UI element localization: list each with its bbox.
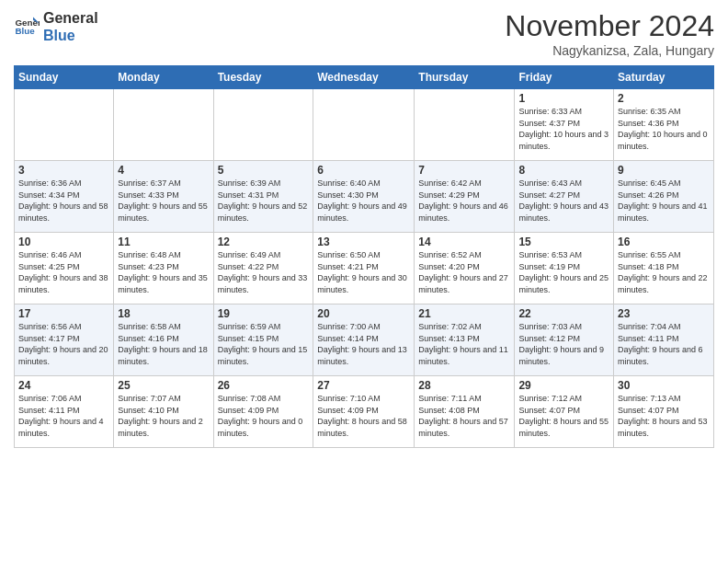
day-number: 6 — [317, 164, 410, 177]
day-number: 28 — [418, 379, 510, 392]
day-number: 12 — [218, 236, 310, 248]
day-info: Sunrise: 6:43 AM Sunset: 4:27 PM Dayligh… — [518, 178, 609, 224]
logo-blue: Blue — [43, 27, 98, 44]
logo: General Blue General Blue — [14, 9, 98, 44]
title-block: November 2024 Nagykanizsa, Zala, Hungary — [505, 9, 714, 58]
calendar-table: SundayMondayTuesdayWednesdayThursdayFrid… — [14, 65, 714, 448]
day-number: 18 — [118, 307, 209, 320]
day-info: Sunrise: 7:10 AM Sunset: 4:09 PM Dayligh… — [317, 393, 410, 439]
day-info: Sunrise: 6:53 AM Sunset: 4:19 PM Dayligh… — [518, 249, 609, 295]
day-number: 15 — [518, 236, 609, 248]
day-number: 30 — [618, 379, 710, 392]
svg-text:Blue: Blue — [15, 27, 35, 37]
day-info: Sunrise: 7:00 AM Sunset: 4:14 PM Dayligh… — [317, 321, 410, 367]
col-header-friday: Friday — [515, 66, 614, 89]
day-info: Sunrise: 7:08 AM Sunset: 4:09 PM Dayligh… — [218, 393, 310, 439]
calendar-cell-w0-d0 — [15, 89, 114, 161]
day-info: Sunrise: 6:35 AM Sunset: 4:36 PM Dayligh… — [618, 106, 710, 152]
calendar-cell-w2-d0: 10Sunrise: 6:46 AM Sunset: 4:25 PM Dayli… — [15, 233, 114, 304]
col-header-wednesday: Wednesday — [313, 66, 415, 89]
day-info: Sunrise: 6:33 AM Sunset: 4:37 PM Dayligh… — [518, 106, 609, 152]
logo-general: General — [43, 9, 98, 27]
calendar-cell-w1-d4: 7Sunrise: 6:42 AM Sunset: 4:29 PM Daylig… — [415, 161, 515, 233]
calendar-cell-w2-d5: 15Sunrise: 6:53 AM Sunset: 4:19 PM Dayli… — [515, 233, 614, 304]
day-info: Sunrise: 6:52 AM Sunset: 4:20 PM Dayligh… — [418, 249, 510, 295]
day-number: 14 — [418, 236, 510, 248]
calendar-cell-w0-d6: 2Sunrise: 6:35 AM Sunset: 4:36 PM Daylig… — [614, 89, 714, 161]
calendar-cell-w2-d4: 14Sunrise: 6:52 AM Sunset: 4:20 PM Dayli… — [415, 233, 515, 304]
day-number: 20 — [317, 307, 410, 320]
calendar-cell-w0-d3 — [313, 89, 415, 161]
day-number: 29 — [518, 379, 609, 392]
day-info: Sunrise: 7:12 AM Sunset: 4:07 PM Dayligh… — [518, 393, 609, 439]
calendar-cell-w4-d0: 24Sunrise: 7:06 AM Sunset: 4:11 PM Dayli… — [15, 376, 114, 448]
day-number: 16 — [618, 236, 710, 248]
calendar-cell-w4-d3: 27Sunrise: 7:10 AM Sunset: 4:09 PM Dayli… — [313, 376, 415, 448]
day-number: 5 — [218, 164, 310, 177]
col-header-tuesday: Tuesday — [213, 66, 313, 89]
day-info: Sunrise: 7:04 AM Sunset: 4:11 PM Dayligh… — [618, 321, 710, 367]
day-number: 11 — [118, 236, 209, 248]
day-number: 19 — [218, 307, 310, 320]
day-info: Sunrise: 7:02 AM Sunset: 4:13 PM Dayligh… — [418, 321, 510, 367]
day-number: 7 — [418, 164, 510, 177]
day-number: 21 — [418, 307, 510, 320]
col-header-thursday: Thursday — [415, 66, 515, 89]
day-info: Sunrise: 6:45 AM Sunset: 4:26 PM Dayligh… — [618, 178, 710, 224]
day-number: 25 — [118, 379, 209, 392]
calendar-cell-w1-d2: 5Sunrise: 6:39 AM Sunset: 4:31 PM Daylig… — [213, 161, 313, 233]
day-info: Sunrise: 6:50 AM Sunset: 4:21 PM Dayligh… — [317, 249, 410, 295]
calendar-cell-w1-d5: 8Sunrise: 6:43 AM Sunset: 4:27 PM Daylig… — [515, 161, 614, 233]
logo-icon: General Blue — [14, 14, 40, 40]
day-info: Sunrise: 6:59 AM Sunset: 4:15 PM Dayligh… — [218, 321, 310, 367]
calendar-cell-w2-d3: 13Sunrise: 6:50 AM Sunset: 4:21 PM Dayli… — [313, 233, 415, 304]
day-info: Sunrise: 7:07 AM Sunset: 4:10 PM Dayligh… — [118, 393, 209, 439]
calendar-cell-w2-d6: 16Sunrise: 6:55 AM Sunset: 4:18 PM Dayli… — [614, 233, 714, 304]
calendar-cell-w0-d2 — [213, 89, 313, 161]
day-number: 13 — [317, 236, 410, 248]
calendar-cell-w3-d0: 17Sunrise: 6:56 AM Sunset: 4:17 PM Dayli… — [15, 304, 114, 376]
calendar-cell-w1-d1: 4Sunrise: 6:37 AM Sunset: 4:33 PM Daylig… — [114, 161, 213, 233]
day-info: Sunrise: 6:37 AM Sunset: 4:33 PM Dayligh… — [118, 178, 209, 224]
day-number: 3 — [18, 164, 109, 177]
day-number: 2 — [618, 92, 710, 105]
calendar-cell-w1-d6: 9Sunrise: 6:45 AM Sunset: 4:26 PM Daylig… — [614, 161, 714, 233]
day-number: 8 — [518, 164, 609, 177]
day-info: Sunrise: 7:03 AM Sunset: 4:12 PM Dayligh… — [518, 321, 609, 367]
day-info: Sunrise: 7:06 AM Sunset: 4:11 PM Dayligh… — [18, 393, 109, 439]
day-number: 4 — [118, 164, 209, 177]
col-header-sunday: Sunday — [15, 66, 114, 89]
day-info: Sunrise: 6:48 AM Sunset: 4:23 PM Dayligh… — [118, 249, 209, 295]
day-info: Sunrise: 6:39 AM Sunset: 4:31 PM Dayligh… — [218, 178, 310, 224]
day-number: 10 — [18, 236, 109, 248]
calendar-cell-w2-d2: 12Sunrise: 6:49 AM Sunset: 4:22 PM Dayli… — [213, 233, 313, 304]
calendar-cell-w4-d4: 28Sunrise: 7:11 AM Sunset: 4:08 PM Dayli… — [415, 376, 515, 448]
calendar-cell-w4-d6: 30Sunrise: 7:13 AM Sunset: 4:07 PM Dayli… — [614, 376, 714, 448]
day-info: Sunrise: 6:55 AM Sunset: 4:18 PM Dayligh… — [618, 249, 710, 295]
col-header-saturday: Saturday — [614, 66, 714, 89]
day-info: Sunrise: 7:13 AM Sunset: 4:07 PM Dayligh… — [618, 393, 710, 439]
day-info: Sunrise: 6:58 AM Sunset: 4:16 PM Dayligh… — [118, 321, 209, 367]
calendar-cell-w3-d3: 20Sunrise: 7:00 AM Sunset: 4:14 PM Dayli… — [313, 304, 415, 376]
calendar-cell-w0-d1 — [114, 89, 213, 161]
calendar-cell-w0-d4 — [415, 89, 515, 161]
month-title: November 2024 — [505, 9, 714, 43]
calendar-cell-w3-d1: 18Sunrise: 6:58 AM Sunset: 4:16 PM Dayli… — [114, 304, 213, 376]
calendar-cell-w2-d1: 11Sunrise: 6:48 AM Sunset: 4:23 PM Dayli… — [114, 233, 213, 304]
day-info: Sunrise: 6:42 AM Sunset: 4:29 PM Dayligh… — [418, 178, 510, 224]
calendar-cell-w3-d2: 19Sunrise: 6:59 AM Sunset: 4:15 PM Dayli… — [213, 304, 313, 376]
calendar-cell-w3-d6: 23Sunrise: 7:04 AM Sunset: 4:11 PM Dayli… — [614, 304, 714, 376]
day-number: 22 — [518, 307, 609, 320]
calendar-cell-w3-d5: 22Sunrise: 7:03 AM Sunset: 4:12 PM Dayli… — [515, 304, 614, 376]
calendar-cell-w3-d4: 21Sunrise: 7:02 AM Sunset: 4:13 PM Dayli… — [415, 304, 515, 376]
calendar-cell-w4-d1: 25Sunrise: 7:07 AM Sunset: 4:10 PM Dayli… — [114, 376, 213, 448]
calendar-cell-w4-d5: 29Sunrise: 7:12 AM Sunset: 4:07 PM Dayli… — [515, 376, 614, 448]
day-info: Sunrise: 6:36 AM Sunset: 4:34 PM Dayligh… — [18, 178, 109, 224]
day-info: Sunrise: 6:56 AM Sunset: 4:17 PM Dayligh… — [18, 321, 109, 367]
day-info: Sunrise: 6:46 AM Sunset: 4:25 PM Dayligh… — [18, 249, 109, 295]
day-info: Sunrise: 6:40 AM Sunset: 4:30 PM Dayligh… — [317, 178, 410, 224]
day-number: 1 — [518, 92, 609, 105]
day-number: 23 — [618, 307, 710, 320]
calendar-cell-w0-d5: 1Sunrise: 6:33 AM Sunset: 4:37 PM Daylig… — [515, 89, 614, 161]
location-subtitle: Nagykanizsa, Zala, Hungary — [505, 43, 714, 58]
